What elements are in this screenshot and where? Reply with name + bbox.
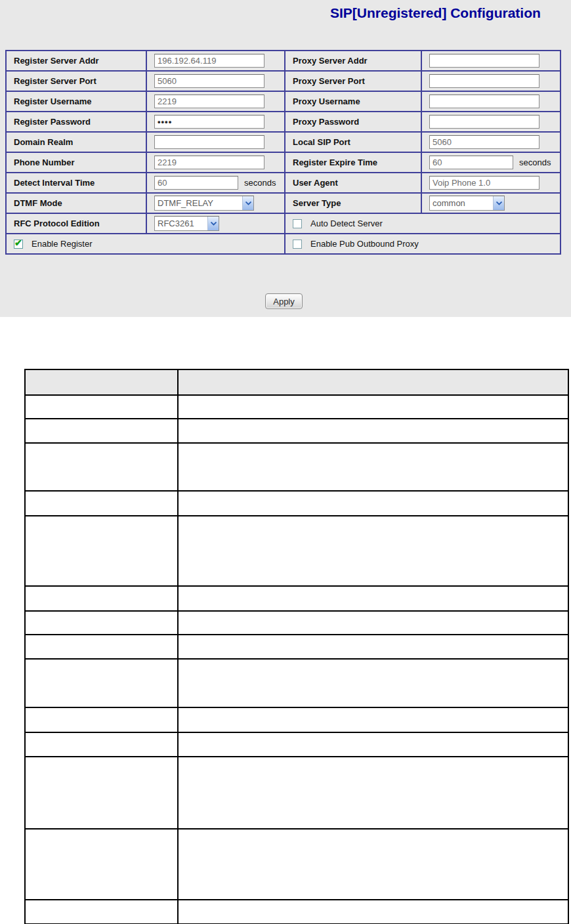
register-expire-time-input[interactable] [429,156,513,169]
domain-realm-label: Domain Realm [6,132,146,152]
doc-term-cell [25,732,178,757]
register-expire-time-label: Register Expire Time [285,152,421,173]
doc-desc-cell [178,659,568,707]
doc-desc-cell [178,491,568,516]
register-server-port-label: Register Server Port [6,71,146,91]
local-sip-port-label: Local SIP Port [285,132,421,152]
auto-detect-server-label: Auto Detect Server [310,219,383,228]
doc-desc-cell [178,829,568,900]
register-server-addr-input[interactable] [154,54,264,68]
detect-interval-time-input[interactable] [154,176,238,190]
rfc-protocol-edition-select[interactable]: RFC3261 [154,216,219,231]
doc-table-row [25,586,568,611]
form-row-domain-realm: Domain Realm Local SIP Port [6,132,560,152]
doc-table-row [25,491,568,516]
doc-desc-cell [178,586,568,611]
doc-desc-cell [178,900,568,924]
doc-term-cell [25,491,178,516]
doc-table-row [25,635,568,659]
chevron-down-icon [493,196,504,210]
proxy-server-port-label: Proxy Server Port [285,71,421,91]
enable-register-checkbox[interactable] [14,240,23,249]
auto-detect-server-checkbox[interactable] [293,219,302,228]
doc-term-cell [25,659,178,707]
doc-desc-cell [178,611,568,635]
form-row-rfc-autodetect: RFC Protocol Edition RFC3261 Auto Detect… [6,213,560,234]
doc-desc-cell [178,443,568,491]
user-agent-input[interactable] [429,176,539,190]
register-server-port-input[interactable] [154,74,264,88]
field-description-table [24,369,569,924]
doc-desc-cell [178,395,568,419]
doc-table-row [25,395,568,419]
doc-table-row [25,659,568,707]
server-type-select[interactable]: common [429,196,505,211]
doc-table-header-row [25,369,568,395]
sip-config-panel: SIP[Unregistered] Configuration Register… [0,0,571,317]
dtmf-mode-label: DTMF Mode [6,193,146,213]
doc-term-cell [25,757,178,829]
register-server-addr-label: Register Server Addr [6,51,146,71]
phone-number-label: Phone Number [6,152,146,173]
register-password-label: Register Password [6,112,146,132]
doc-term-cell [25,516,178,586]
rfc-protocol-selected-value: RFC3261 [155,219,207,228]
proxy-password-input[interactable] [429,115,539,129]
doc-table-row [25,900,568,924]
form-row-password: Register Password Proxy Password [6,112,560,132]
doc-table-row [25,611,568,635]
doc-term-cell [25,707,178,732]
form-row-phone-number: Phone Number Register Expire Time second… [6,152,560,173]
dtmf-mode-selected-value: DTMF_RELAY [155,198,242,208]
chevron-down-icon [207,217,219,230]
doc-table-row [25,419,568,443]
proxy-server-addr-input[interactable] [429,54,539,68]
enable-register-label: Enable Register [32,239,93,249]
doc-term-cell [25,395,178,419]
sip-config-form-table: Register Server Addr Proxy Server Addr R… [5,50,561,255]
form-row-username: Register Username Proxy Username [6,91,560,112]
rfc-protocol-edition-label: RFC Protocol Edition [6,213,146,234]
doc-desc-cell [178,707,568,732]
enable-pub-outbound-proxy-label: Enable Pub Outbound Proxy [310,239,419,249]
server-type-label: Server Type [285,193,421,213]
proxy-password-label: Proxy Password [285,112,421,132]
form-row-enable-flags: Enable Register Enable Pub Outbound Prox… [6,234,560,254]
doc-term-cell [25,900,178,924]
user-agent-label: User Agent [285,173,421,193]
register-username-label: Register Username [6,91,146,112]
form-row-dtmf-server-type: DTMF Mode DTMF_RELAY Server Type common [6,193,560,213]
apply-button[interactable]: Apply [265,293,303,309]
detect-interval-time-label: Detect Interval Time [6,173,146,193]
form-row-server-addr: Register Server Addr Proxy Server Addr [6,51,560,71]
detect-interval-seconds-suffix: seconds [244,178,276,188]
doc-term-cell [25,829,178,900]
doc-desc-cell [178,635,568,659]
doc-table-row [25,829,568,900]
local-sip-port-input[interactable] [429,135,539,149]
doc-term-cell [25,443,178,491]
doc-table-row [25,443,568,491]
phone-number-input[interactable] [154,156,264,169]
proxy-username-input[interactable] [429,94,539,108]
register-username-input[interactable] [154,94,264,108]
register-password-input[interactable] [154,115,264,129]
proxy-server-addr-label: Proxy Server Addr [285,51,421,71]
page-title: SIP[Unregistered] Configuration [330,5,541,21]
doc-desc-cell [178,419,568,443]
doc-table-row [25,757,568,829]
form-row-detect-interval: Detect Interval Time seconds User Agent [6,173,560,193]
doc-header-term-cell [25,369,178,395]
domain-realm-input[interactable] [154,135,264,149]
doc-table-row [25,516,568,586]
doc-desc-cell [178,757,568,829]
doc-term-cell [25,419,178,443]
doc-term-cell [25,635,178,659]
doc-table-row [25,707,568,732]
enable-pub-outbound-proxy-checkbox[interactable] [293,240,302,249]
dtmf-mode-select[interactable]: DTMF_RELAY [154,196,254,211]
proxy-server-port-input[interactable] [429,74,539,88]
doc-desc-cell [178,516,568,586]
register-expire-seconds-suffix: seconds [519,158,551,167]
doc-header-desc-cell [178,369,568,395]
